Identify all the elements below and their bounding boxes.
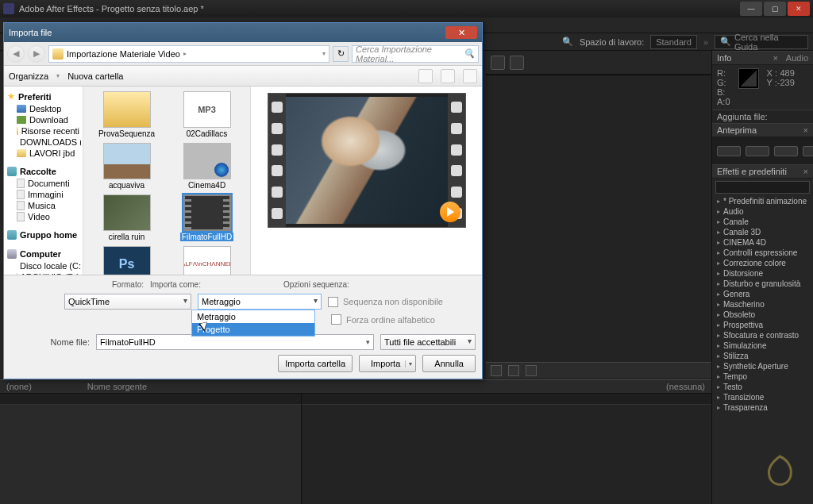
close-icon[interactable]: × (773, 53, 777, 63)
effects-category[interactable]: Audio (712, 206, 813, 217)
sidebar-item-images[interactable]: Immagini (6, 189, 81, 200)
dropdown-option-progetto[interactable]: Progetto (192, 323, 314, 336)
footer-icon[interactable] (491, 365, 502, 376)
import-as-dropdown[interactable]: Metraggio Progetto (191, 310, 315, 337)
effects-category[interactable]: Tempo (712, 371, 813, 382)
file-item[interactable]: PsGrafica (88, 246, 165, 275)
help-icon[interactable] (463, 69, 477, 83)
timeline-layers[interactable] (0, 394, 302, 504)
effects-category[interactable]: Mascherino (712, 299, 813, 310)
organize-menu[interactable]: Organizza (9, 71, 48, 81)
info-panel-tab[interactable]: Info× Audio (712, 51, 813, 65)
effects-category[interactable]: Sfocatura e contrasto (712, 330, 813, 340)
preview-play-button[interactable] (774, 146, 798, 156)
dialog-sidebar[interactable]: ★Preferiti Desktop Download Risorse rece… (4, 87, 83, 275)
effects-category[interactable]: Obsoleto (712, 310, 813, 320)
folder-search-input[interactable]: Cerca Importazione Material...🔍 (352, 45, 479, 63)
effects-category[interactable]: * Predefiniti animazione (712, 196, 813, 206)
alpha-order-checkbox[interactable] (331, 314, 341, 325)
dialog-toolbar: Organizza▾ Nuova cartella (4, 66, 482, 87)
preview-first-button[interactable] (717, 146, 741, 156)
effects-category[interactable]: Correzione colore (712, 258, 813, 268)
effects-category[interactable]: Distorsione (712, 268, 813, 279)
window-maximize-button[interactable]: ▢ (764, 2, 786, 16)
play-icon[interactable] (440, 202, 460, 222)
sidebar-item-download[interactable]: Download (6, 114, 81, 125)
import-button[interactable]: Importa▾ (359, 355, 416, 372)
star-icon: ★ (7, 91, 15, 102)
window-close-button[interactable]: ✕ (788, 2, 810, 16)
effects-category[interactable]: Prospettiva (712, 320, 813, 330)
sidebar-item-music[interactable]: Musica (6, 200, 81, 211)
sidebar-item-downloads2[interactable]: DOWNLOADS (2) (6, 137, 81, 148)
chevron-right-icon: ▸ (183, 50, 187, 57)
window-minimize-button[interactable]: — (740, 2, 762, 16)
file-item[interactable]: cirella ruin (88, 194, 165, 241)
comp-footer (486, 362, 711, 378)
effects-panel-tab[interactable]: Effetti e predefiniti× (712, 164, 813, 179)
effects-category[interactable]: Genera (712, 289, 813, 299)
close-icon[interactable]: × (803, 125, 808, 135)
timeline-tracks[interactable] (302, 394, 711, 504)
file-item[interactable]: Cinema4D (168, 143, 245, 190)
dialog-titlebar[interactable]: Importa file ✕ (4, 23, 482, 42)
dropdown-option-metraggio[interactable]: Metraggio (192, 310, 314, 323)
sidebar-item-recent[interactable]: Risorse recenti (6, 125, 81, 137)
effects-category[interactable]: Canale 3D (712, 227, 813, 237)
preview-panel-tab[interactable]: Anteprima× (712, 123, 813, 137)
cancel-button[interactable]: Annulla (422, 355, 476, 372)
dialog-close-button[interactable]: ✕ (445, 26, 477, 39)
filename-label: Nome file: (10, 337, 90, 347)
effects-category[interactable]: Controlli espressione (712, 248, 813, 258)
effects-category[interactable]: Trasparenza (712, 402, 813, 413)
format-select[interactable]: QuickTime (64, 294, 191, 310)
timeline-header: (none) Nome sorgente (nessuna) (0, 379, 711, 394)
seq-options-label: Opzioni sequenza: (283, 280, 476, 289)
effects-category[interactable]: Simulazione (712, 340, 813, 351)
sidebar-item-lavori[interactable]: LAVORI jbd (6, 148, 81, 159)
file-item[interactable]: acquaviva (88, 143, 165, 190)
preview-next-button[interactable] (803, 146, 813, 156)
library-icon (7, 167, 17, 176)
refresh-icon[interactable]: ↻ (333, 46, 349, 62)
sidebar-item-documents[interactable]: Documenti (6, 178, 81, 189)
sidebar-item-video[interactable]: Video (6, 211, 81, 222)
view-details-icon[interactable] (441, 69, 455, 83)
close-icon[interactable]: × (803, 167, 808, 176)
file-grid[interactable]: ProvaSequenza MP302Cadillacs acquaviva C… (83, 87, 250, 275)
workspace-selector[interactable]: Standard (650, 35, 697, 49)
import-folder-button[interactable]: Importa cartella (278, 355, 353, 372)
sequence-checkbox[interactable] (328, 297, 338, 307)
file-preview-pane (250, 87, 482, 275)
view-options-icon[interactable] (418, 69, 433, 83)
effects-category[interactable]: Testo (712, 382, 813, 392)
effects-category[interactable]: Synthetic Aperture (712, 361, 813, 371)
file-item[interactable]: MP302Cadillacs (168, 91, 245, 138)
breadcrumb[interactable]: Importazione Materiale Video ▸ ▾ (48, 45, 329, 63)
sidebar-item-disk-c[interactable]: Disco locale (C:) (6, 260, 81, 271)
filetype-select[interactable]: Tutti file accettabili (380, 334, 476, 350)
nav-back-button[interactable]: ◀ (7, 45, 25, 63)
chevron-down-icon[interactable]: ▾ (405, 360, 412, 367)
chevron-down-icon[interactable]: ▾ (322, 50, 326, 57)
footer-icon[interactable] (508, 365, 519, 376)
effects-category[interactable]: CINEMA 4D (712, 237, 813, 248)
filename-input[interactable]: FilmatoFullHD▾ (96, 334, 374, 350)
file-item[interactable]: ProvaSequenza (88, 91, 165, 138)
effects-category[interactable]: Transizione (712, 392, 813, 402)
effects-category[interactable]: Stilizza (712, 351, 813, 361)
tool-icon[interactable] (510, 56, 524, 70)
help-search-input[interactable]: 🔍 Cerca nella Guida (715, 35, 808, 49)
tool-icon[interactable] (491, 56, 505, 70)
nav-forward-button[interactable]: ▶ (28, 45, 45, 63)
file-item[interactable]: ΛLFΛ\nCHΛNNELImmagineConAlphaChannel (168, 246, 245, 275)
effects-search-input[interactable] (715, 181, 810, 194)
new-folder-button[interactable]: Nuova cartella (67, 71, 123, 81)
import-as-select[interactable]: Metraggio (198, 294, 322, 310)
preview-prev-button[interactable] (746, 146, 769, 156)
sidebar-item-desktop[interactable]: Desktop (6, 103, 81, 114)
effects-category[interactable]: Disturbo e granulosità (712, 279, 813, 289)
file-item-selected[interactable]: FilmatoFullHD (168, 194, 245, 241)
footer-icon[interactable] (526, 365, 537, 376)
effects-category[interactable]: Canale (712, 217, 813, 227)
